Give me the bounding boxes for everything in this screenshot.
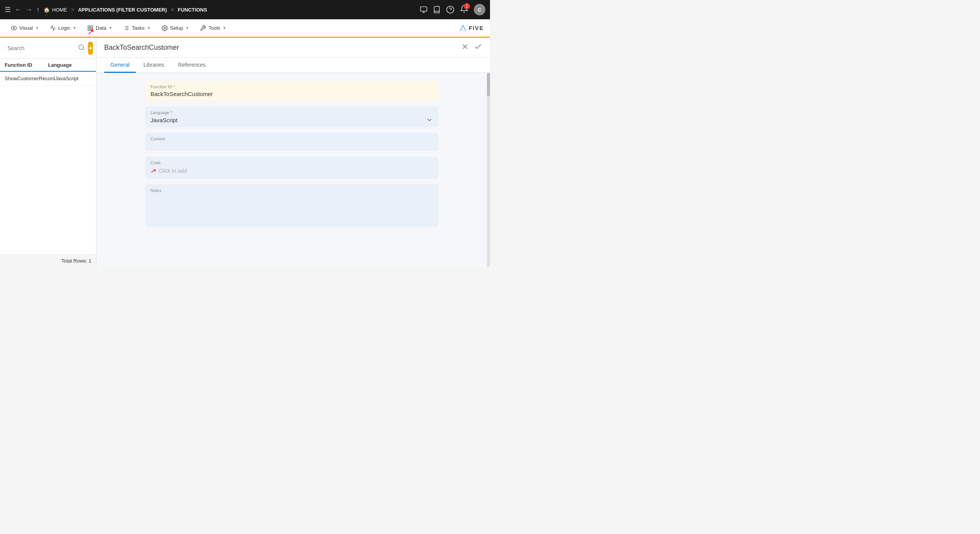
context-field[interactable]: Context (145, 133, 438, 151)
tab-bar: General Libraries References (96, 58, 490, 73)
home-link[interactable]: 🏠 HOME (44, 7, 67, 13)
top-nav-left: ☰ ← → ↑ 🏠 HOME > APPLICATIONS (FILTER CU… (5, 5, 417, 14)
record-title: BackToSearchCustomer (104, 44, 461, 52)
home-label: HOME (52, 7, 67, 13)
logic-chevron: ▼ (73, 26, 76, 30)
form-area: Function ID * BackToSearchCustomer Langu… (96, 73, 487, 267)
top-nav: ☰ ← → ↑ 🏠 HOME > APPLICATIONS (FILTER CU… (0, 0, 490, 19)
forward-button[interactable]: → (25, 6, 32, 14)
search-input[interactable] (7, 45, 75, 51)
svg-line-21 (83, 49, 84, 50)
scroll-thumb[interactable] (487, 73, 490, 96)
nav-label-tools: Tools (208, 25, 220, 31)
table-row[interactable]: ShowCustomerRecord JavaScript (0, 72, 96, 86)
row-function-id: ShowCustomerRecord (5, 76, 55, 81)
menu-icon: ☰ (5, 5, 11, 14)
code-label: Code (150, 160, 433, 165)
nav-item-logic[interactable]: Logic ▼ (45, 23, 81, 34)
visual-chevron: ▼ (35, 26, 39, 30)
col-header-language: Language (48, 62, 92, 68)
col-header-function-id: Function ID (5, 62, 48, 68)
add-button[interactable]: + (88, 42, 93, 55)
back-icon: ← (15, 6, 22, 14)
separator-2: > (171, 7, 174, 13)
nav-item-tasks[interactable]: Tasks ▼ (118, 23, 155, 34)
language-chevron-icon (426, 116, 433, 123)
add-arrow-indicator: ↙ (88, 27, 95, 37)
scroll-track[interactable] (487, 73, 490, 267)
confirm-button[interactable] (474, 42, 482, 53)
tab-general[interactable]: General (104, 58, 136, 73)
notes-field[interactable]: Notes (145, 184, 438, 227)
code-placeholder: Click to add (159, 168, 187, 174)
code-arrow-indicator: ↗ (149, 166, 157, 175)
language-select: JavaScript (150, 116, 433, 123)
up-button[interactable]: ↑ (36, 6, 40, 14)
function-id-label: Function ID * (150, 84, 433, 89)
second-nav: Visual ▼ Logic ▼ Data ▼ Tasks ▼ Setup ▼ … (0, 19, 490, 38)
nav-label-setup: Setup (170, 25, 183, 31)
separator-1: > (71, 7, 74, 13)
search-bar: + ↙ (0, 38, 96, 59)
up-icon: ↑ (36, 6, 40, 14)
right-panel: BackToSearchCustomer General Libraries R… (96, 38, 490, 267)
avatar[interactable]: C (474, 4, 485, 15)
function-id-field[interactable]: Function ID * BackToSearchCustomer (145, 81, 438, 101)
function-id-value: BackToSearchCustomer (150, 91, 433, 97)
close-button[interactable] (461, 42, 469, 53)
language-label: Language * (150, 110, 433, 115)
nav-item-setup[interactable]: Setup ▼ (157, 23, 194, 34)
top-nav-right: 1 C (420, 4, 485, 15)
svg-point-14 (164, 27, 166, 29)
total-rows-label: Total Rows: 1 (61, 258, 91, 264)
tasks-chevron: ▼ (147, 26, 151, 30)
right-header: BackToSearchCustomer (96, 38, 490, 58)
data-chevron: ▼ (109, 26, 113, 30)
filter-icon[interactable] (3, 45, 4, 52)
tab-references[interactable]: References (172, 58, 212, 73)
tools-chevron: ▼ (223, 26, 226, 30)
breadcrumb-applications[interactable]: APPLICATIONS (FILTER CUSTOMER) (78, 7, 167, 13)
nav-label-tasks: Tasks (132, 25, 144, 31)
code-field[interactable]: Code ↗ Click to add (145, 157, 438, 179)
svg-rect-0 (421, 7, 427, 12)
language-value: JavaScript (150, 117, 177, 123)
notes-label: Notes (150, 188, 433, 193)
svg-point-20 (79, 45, 83, 49)
left-panel: + ↙ Function ID Language ShowCustomerRec… (0, 38, 96, 267)
tab-libraries[interactable]: Libraries (137, 58, 171, 73)
nav-label-data: Data (96, 25, 106, 31)
row-language: JavaScript (55, 76, 91, 81)
setup-chevron: ▼ (186, 26, 189, 30)
home-icon: 🏠 (44, 7, 50, 13)
language-field[interactable]: Language * JavaScript (145, 106, 438, 127)
right-scroll-area: Function ID * BackToSearchCustomer Langu… (96, 73, 490, 267)
nav-item-visual[interactable]: Visual ▼ (6, 23, 44, 34)
table-footer: Total Rows: 1 (0, 254, 96, 267)
monitor-button[interactable] (420, 6, 427, 13)
notification-badge: 1 (464, 3, 470, 9)
nav-label-logic: Logic (58, 25, 70, 31)
help-button[interactable] (446, 5, 455, 14)
context-label: Context (150, 136, 433, 141)
menu-button[interactable]: ☰ (5, 5, 11, 14)
five-logo: FIVE (459, 24, 484, 32)
main-content: + ↙ Function ID Language ShowCustomerRec… (0, 38, 490, 267)
books-button[interactable] (433, 6, 441, 13)
forward-icon: → (25, 6, 32, 14)
breadcrumb-functions[interactable]: FUNCTIONS (178, 7, 207, 13)
back-button[interactable]: ← (15, 6, 22, 14)
nav-item-tools[interactable]: Tools ▼ (195, 23, 231, 34)
nav-label-visual: Visual (19, 25, 33, 31)
search-button[interactable] (78, 44, 85, 52)
logo-text: FIVE (469, 25, 484, 31)
table-header: Function ID Language (0, 59, 96, 72)
right-actions (461, 42, 482, 53)
notification-bell[interactable]: 1 (460, 5, 468, 15)
svg-point-3 (13, 27, 15, 29)
